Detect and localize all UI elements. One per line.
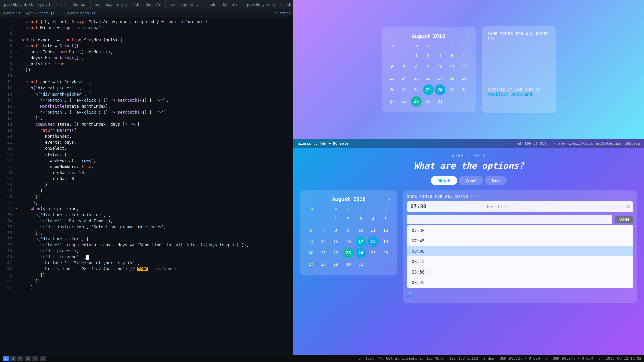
cal-cell-28[interactable]: 28 [399, 96, 410, 107]
cal-cell-30[interactable]: 30 [423, 96, 434, 107]
cal-cell2-27[interactable]: 27 [306, 259, 316, 270]
cal-cell-3[interactable]: 3 [435, 50, 445, 61]
cal-cell-5[interactable]: 5 [459, 50, 470, 61]
cal-cell2-23[interactable]: 23 [343, 248, 354, 258]
cal-cell2-3[interactable]: 3 [356, 214, 366, 224]
time-option-0730[interactable]: 07:30 [407, 225, 633, 236]
cal-cell2-31[interactable]: 31 [356, 259, 366, 270]
cal-cell-22[interactable]: 22 [411, 84, 422, 95]
cal-cell-10[interactable]: 10 [435, 62, 445, 72]
cal-cell-27[interactable]: 27 [387, 96, 398, 107]
tab-1[interactable]: patchbay-dark-crystal :: vim — Konso… [0, 0, 91, 9]
cal-next-button-2[interactable]: › [386, 196, 392, 203]
cal-cell2-9[interactable]: 9 [343, 225, 354, 236]
tab-3[interactable]: patchbay-scry :: node — Konsole [166, 0, 243, 9]
file-tab-1[interactable]: v/new.js [3, 11, 20, 15]
cal-cell2-12[interactable]: 12 [380, 225, 391, 236]
cal-cell2-16[interactable]: 16 [343, 236, 354, 247]
cal-cell-21[interactable]: 21 [399, 84, 410, 95]
workspace-2[interactable]: 2 [3, 356, 9, 361]
datetime: 2018-08-22 18:02 [606, 356, 641, 361]
cal-cell-7[interactable]: 7 [399, 62, 410, 72]
tab-4[interactable]: patchbay-scry :: zsh — Konsole [243, 0, 293, 9]
code-line-22: onSelect, [16, 145, 291, 152]
cal-cell2-24[interactable]: 24 [356, 248, 366, 258]
code-line-17: ]), [16, 115, 291, 121]
time-option-0845[interactable]: 08:45 [407, 277, 633, 288]
cal-cell-31[interactable]: 31 [435, 96, 445, 107]
same-times-title-1: SAME TIMES FOR ALL DATES (3) [488, 32, 551, 40]
cal-cell-6[interactable]: 6 [387, 62, 398, 72]
cal-cell2-21[interactable]: 21 [318, 248, 329, 258]
time-option-0800[interactable]: 08:00 [407, 246, 633, 256]
time-option-0830[interactable]: 08:30 [407, 267, 633, 277]
cal-prev-button-1[interactable]: ‹ [387, 33, 393, 40]
cal-cell2-22[interactable]: 22 [330, 248, 341, 258]
cal-next-button-1[interactable]: › [464, 33, 470, 40]
workspace-4[interactable]: 4 [17, 356, 23, 361]
cal-cell2-25[interactable]: 25 [368, 248, 379, 258]
cal-cell-19[interactable]: 19 [459, 73, 470, 84]
cal-cell-2[interactable]: 2 [423, 50, 434, 61]
code-line-24: weekFormat: 'rows', [16, 158, 291, 164]
cal-cell2-13[interactable]: 13 [306, 236, 316, 247]
cal-cell2-14[interactable]: 14 [318, 236, 329, 247]
cal-cell2-30[interactable]: 30 [343, 259, 354, 270]
workspace-8[interactable]: 8 [40, 356, 46, 361]
cal-cell-16[interactable]: 16 [423, 73, 434, 84]
cal-cell-4[interactable]: 4 [447, 50, 458, 61]
cal-cell2-8[interactable]: 8 [330, 225, 341, 236]
cal-cell2-26[interactable]: 26 [380, 248, 391, 258]
cal-cell2-10[interactable]: 10 [356, 225, 366, 236]
cal-cell2-29[interactable]: 29 [330, 259, 341, 270]
cal-cell2-18[interactable]: 18 [368, 236, 379, 247]
week-view-button[interactable]: Week [459, 176, 483, 185]
cal-cell2-2[interactable]: 2 [343, 214, 354, 224]
time-search-input[interactable] [407, 215, 612, 224]
tab-2[interactable]: patchbay-scry :: zsh — Konsole [91, 0, 166, 9]
cal-cell-8[interactable]: 8 [411, 62, 422, 72]
cal-cell2-15[interactable]: 15 [330, 236, 341, 247]
cal-cell-12[interactable]: 12 [459, 62, 470, 72]
workspace-7[interactable]: 7 [32, 356, 38, 361]
cal-cell-18[interactable]: 18 [447, 73, 458, 84]
cal-cell2-19[interactable]: 19 [380, 236, 391, 247]
time-option-0815[interactable]: 08:15 [407, 256, 633, 267]
cal-cell2-7[interactable]: 7 [318, 225, 329, 236]
cal-cell2-5[interactable]: 5 [380, 214, 391, 224]
cal-cell-14[interactable]: 14 [399, 73, 410, 84]
file-tab-2[interactable]: v/new.test.js II [26, 11, 61, 15]
cal-cell2-17[interactable]: 17 [356, 236, 366, 247]
month-view-button[interactable]: Month [431, 176, 457, 185]
cal-cell2-20[interactable]: 20 [306, 248, 316, 258]
workspace-3[interactable]: 3 [10, 356, 16, 361]
cal-header-1: ‹ August 2018 › [387, 33, 470, 40]
time-option-0745[interactable]: 07:45 [407, 236, 633, 246]
cal-cell-25[interactable]: 25 [447, 84, 458, 95]
cal-cell-24[interactable]: 24 [435, 84, 445, 95]
cal-cell-29[interactable]: 29 [411, 96, 422, 107]
time-close-button[interactable]: × [627, 204, 630, 210]
done-button[interactable]: Done [615, 216, 633, 223]
info-panel-1: SAME TIMES FOR ALL DATES (3) Timezone of… [482, 26, 556, 113]
cal-cell-26[interactable]: 26 [459, 84, 470, 95]
cal-cell-13[interactable]: 13 [387, 73, 398, 84]
cal-prev-button-2[interactable]: ‹ [306, 196, 311, 203]
cal-cell-23[interactable]: 23 [423, 84, 434, 95]
cal-cell2-4[interactable]: 4 [368, 214, 379, 224]
cal-cell-9[interactable]: 9 [423, 62, 434, 72]
text-view-button[interactable]: Text [485, 176, 507, 185]
buffers-label: buffers [275, 11, 291, 15]
code-line-13: h('div.month-picker', [ [16, 91, 291, 97]
cal-cell2-11[interactable]: 11 [368, 225, 379, 236]
cal-cell2-28[interactable]: 28 [318, 259, 329, 270]
workspace-5[interactable]: 5 [25, 356, 31, 361]
cal-cell2-1[interactable]: 1 [330, 214, 341, 224]
file-tab-3[interactable]: v/new.mcss II [67, 11, 96, 15]
cal-cell2-6[interactable]: 6 [306, 225, 316, 236]
cal-cell-20[interactable]: 20 [387, 84, 398, 95]
cal-cell-1[interactable]: 1 [411, 50, 422, 61]
cal-cell-15[interactable]: 15 [411, 73, 422, 84]
cal-cell-17[interactable]: 17 [435, 73, 445, 84]
cal-cell-11[interactable]: 11 [447, 62, 458, 72]
